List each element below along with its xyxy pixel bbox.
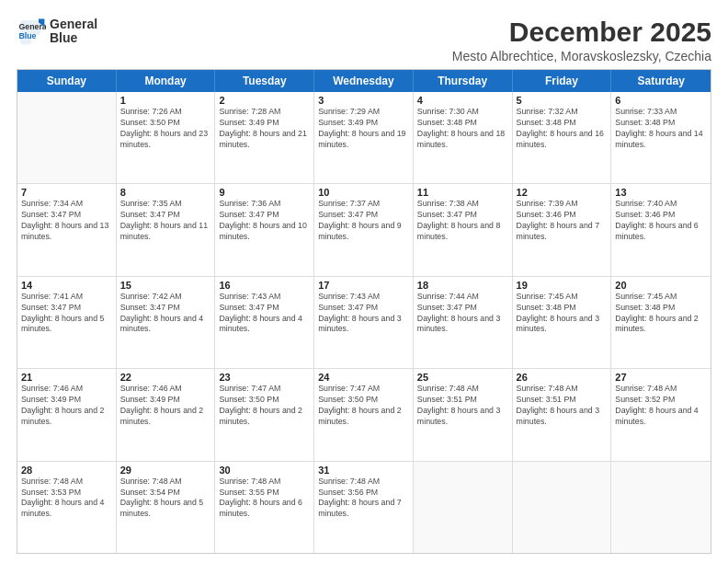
calendar: SundayMondayTuesdayWednesdayThursdayFrid… (17, 69, 711, 554)
cell-sun-info: Sunrise: 7:48 AM Sunset: 3:51 PM Dayligh… (517, 384, 608, 428)
day-number: 15 (120, 280, 211, 291)
cal-cell: 8Sunrise: 7:35 AM Sunset: 3:47 PM Daylig… (117, 184, 216, 275)
location: Mesto Albrechtice, Moravskoslezsky, Czec… (452, 49, 711, 63)
cell-sun-info: Sunrise: 7:47 AM Sunset: 3:50 PM Dayligh… (318, 384, 409, 428)
cal-cell: 1Sunrise: 7:26 AM Sunset: 3:50 PM Daylig… (117, 92, 216, 183)
header-day-thursday: Thursday (414, 70, 513, 92)
header-day-monday: Monday (117, 70, 216, 92)
cell-sun-info: Sunrise: 7:48 AM Sunset: 3:52 PM Dayligh… (615, 384, 707, 428)
day-number: 11 (417, 187, 508, 198)
cell-sun-info: Sunrise: 7:48 AM Sunset: 3:56 PM Dayligh… (318, 477, 409, 521)
header-day-friday: Friday (513, 70, 612, 92)
logo-line1: General (50, 17, 97, 31)
cell-sun-info: Sunrise: 7:30 AM Sunset: 3:48 PM Dayligh… (417, 107, 508, 151)
day-number: 6 (615, 95, 707, 106)
page: General Blue General Blue December 2025 … (0, 0, 728, 563)
day-number: 22 (120, 372, 211, 383)
cell-sun-info: Sunrise: 7:26 AM Sunset: 3:50 PM Dayligh… (120, 107, 211, 151)
day-number: 10 (318, 187, 409, 198)
cal-cell (513, 462, 612, 553)
cell-sun-info: Sunrise: 7:45 AM Sunset: 3:48 PM Dayligh… (517, 292, 608, 336)
cal-cell: 28Sunrise: 7:48 AM Sunset: 3:53 PM Dayli… (17, 462, 117, 553)
cal-cell: 13Sunrise: 7:40 AM Sunset: 3:46 PM Dayli… (611, 184, 711, 275)
cal-cell: 22Sunrise: 7:46 AM Sunset: 3:49 PM Dayli… (117, 369, 216, 460)
cal-cell: 25Sunrise: 7:48 AM Sunset: 3:51 PM Dayli… (414, 369, 513, 460)
week-row-3: 14Sunrise: 7:41 AM Sunset: 3:47 PM Dayli… (17, 277, 711, 369)
cal-cell: 30Sunrise: 7:48 AM Sunset: 3:55 PM Dayli… (215, 462, 314, 553)
cell-sun-info: Sunrise: 7:43 AM Sunset: 3:47 PM Dayligh… (219, 292, 310, 336)
day-number: 26 (517, 372, 608, 383)
month-title: December 2025 (452, 17, 711, 47)
header-day-wednesday: Wednesday (314, 70, 414, 92)
cell-sun-info: Sunrise: 7:44 AM Sunset: 3:47 PM Dayligh… (417, 292, 508, 336)
day-number: 7 (21, 187, 112, 198)
cal-cell: 14Sunrise: 7:41 AM Sunset: 3:47 PM Dayli… (17, 277, 117, 368)
cal-cell (611, 462, 711, 553)
logo-text: General Blue (50, 17, 97, 46)
cal-cell: 5Sunrise: 7:32 AM Sunset: 3:48 PM Daylig… (513, 92, 612, 183)
cell-sun-info: Sunrise: 7:28 AM Sunset: 3:49 PM Dayligh… (219, 107, 310, 151)
cal-cell: 27Sunrise: 7:48 AM Sunset: 3:52 PM Dayli… (611, 369, 711, 460)
day-number: 12 (517, 187, 608, 198)
cell-sun-info: Sunrise: 7:48 AM Sunset: 3:54 PM Dayligh… (120, 477, 211, 521)
cell-sun-info: Sunrise: 7:48 AM Sunset: 3:55 PM Dayligh… (219, 477, 310, 521)
cell-sun-info: Sunrise: 7:34 AM Sunset: 3:47 PM Dayligh… (21, 199, 112, 243)
cell-sun-info: Sunrise: 7:33 AM Sunset: 3:48 PM Dayligh… (615, 107, 707, 151)
cell-sun-info: Sunrise: 7:46 AM Sunset: 3:49 PM Dayligh… (21, 384, 112, 428)
day-number: 29 (120, 465, 211, 476)
cal-cell: 15Sunrise: 7:42 AM Sunset: 3:47 PM Dayli… (117, 277, 216, 368)
week-row-1: 1Sunrise: 7:26 AM Sunset: 3:50 PM Daylig… (17, 92, 711, 184)
day-number: 4 (417, 95, 508, 106)
cal-cell: 2Sunrise: 7:28 AM Sunset: 3:49 PM Daylig… (215, 92, 314, 183)
cal-cell: 16Sunrise: 7:43 AM Sunset: 3:47 PM Dayli… (215, 277, 314, 368)
cell-sun-info: Sunrise: 7:32 AM Sunset: 3:48 PM Dayligh… (517, 107, 608, 151)
cell-sun-info: Sunrise: 7:39 AM Sunset: 3:46 PM Dayligh… (517, 199, 608, 243)
day-number: 9 (219, 187, 310, 198)
cal-cell: 3Sunrise: 7:29 AM Sunset: 3:49 PM Daylig… (314, 92, 414, 183)
day-number: 13 (615, 187, 707, 198)
cal-cell: 21Sunrise: 7:46 AM Sunset: 3:49 PM Dayli… (17, 369, 117, 460)
cal-cell: 19Sunrise: 7:45 AM Sunset: 3:48 PM Dayli… (513, 277, 612, 368)
day-number: 19 (517, 280, 608, 291)
logo-icon: General Blue (17, 17, 46, 46)
cal-cell: 4Sunrise: 7:30 AM Sunset: 3:48 PM Daylig… (414, 92, 513, 183)
header-day-saturday: Saturday (611, 70, 711, 92)
cell-sun-info: Sunrise: 7:35 AM Sunset: 3:47 PM Dayligh… (120, 199, 211, 243)
day-number: 30 (219, 465, 310, 476)
day-number: 27 (615, 372, 707, 383)
cal-cell: 18Sunrise: 7:44 AM Sunset: 3:47 PM Dayli… (414, 277, 513, 368)
day-number: 17 (318, 280, 409, 291)
header-day-sunday: Sunday (17, 70, 117, 92)
day-number: 31 (318, 465, 409, 476)
cal-cell: 9Sunrise: 7:36 AM Sunset: 3:47 PM Daylig… (215, 184, 314, 275)
header: General Blue General Blue December 2025 … (17, 17, 711, 63)
cell-sun-info: Sunrise: 7:41 AM Sunset: 3:47 PM Dayligh… (21, 292, 112, 336)
cal-cell: 11Sunrise: 7:38 AM Sunset: 3:47 PM Dayli… (414, 184, 513, 275)
day-number: 18 (417, 280, 508, 291)
cell-sun-info: Sunrise: 7:29 AM Sunset: 3:49 PM Dayligh… (318, 107, 409, 151)
week-row-2: 7Sunrise: 7:34 AM Sunset: 3:47 PM Daylig… (17, 184, 711, 276)
cal-cell: 10Sunrise: 7:37 AM Sunset: 3:47 PM Dayli… (314, 184, 414, 275)
cell-sun-info: Sunrise: 7:43 AM Sunset: 3:47 PM Dayligh… (318, 292, 409, 336)
week-row-5: 28Sunrise: 7:48 AM Sunset: 3:53 PM Dayli… (17, 462, 711, 553)
cell-sun-info: Sunrise: 7:45 AM Sunset: 3:48 PM Dayligh… (615, 292, 707, 336)
cell-sun-info: Sunrise: 7:46 AM Sunset: 3:49 PM Dayligh… (120, 384, 211, 428)
cal-cell: 31Sunrise: 7:48 AM Sunset: 3:56 PM Dayli… (314, 462, 414, 553)
cal-cell: 17Sunrise: 7:43 AM Sunset: 3:47 PM Dayli… (314, 277, 414, 368)
day-number: 3 (318, 95, 409, 106)
day-number: 1 (120, 95, 211, 106)
cell-sun-info: Sunrise: 7:40 AM Sunset: 3:46 PM Dayligh… (615, 199, 707, 243)
cal-cell: 26Sunrise: 7:48 AM Sunset: 3:51 PM Dayli… (513, 369, 612, 460)
svg-text:Blue: Blue (18, 31, 36, 40)
calendar-header: SundayMondayTuesdayWednesdayThursdayFrid… (17, 70, 711, 92)
cal-cell: 12Sunrise: 7:39 AM Sunset: 3:46 PM Dayli… (513, 184, 612, 275)
cal-cell: 7Sunrise: 7:34 AM Sunset: 3:47 PM Daylig… (17, 184, 117, 275)
title-block: December 2025 Mesto Albrechtice, Moravsk… (452, 17, 711, 63)
logo: General Blue General Blue (17, 17, 97, 46)
cell-sun-info: Sunrise: 7:48 AM Sunset: 3:51 PM Dayligh… (417, 384, 508, 428)
logo-line2: Blue (50, 31, 97, 45)
header-day-tuesday: Tuesday (215, 70, 314, 92)
day-number: 24 (318, 372, 409, 383)
day-number: 28 (21, 465, 112, 476)
day-number: 20 (615, 280, 707, 291)
